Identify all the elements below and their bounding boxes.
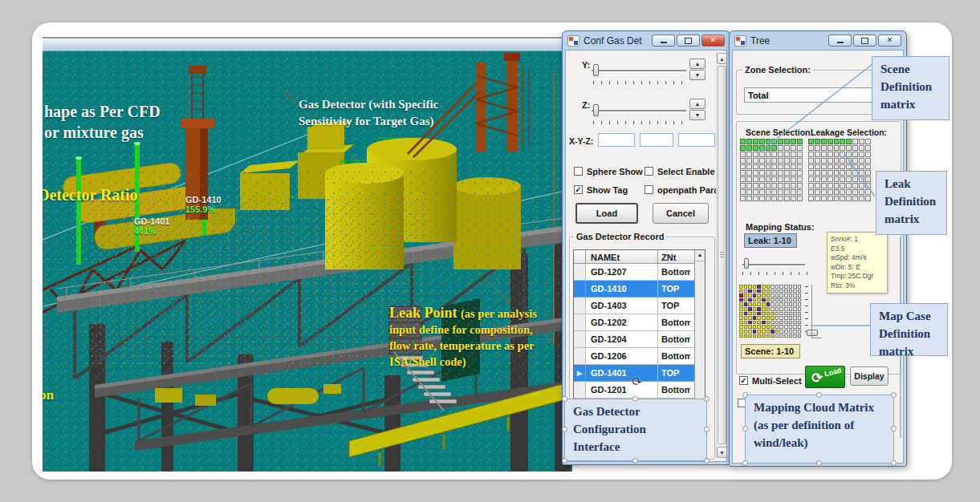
matrix-cell[interactable] (759, 152, 765, 157)
matrix-cell[interactable] (865, 189, 871, 195)
matrix-cell[interactable] (789, 285, 793, 289)
y-slider-thumb[interactable] (593, 64, 599, 76)
detector-name-cell[interactable]: GD-1403 (586, 298, 658, 314)
matrix-cell[interactable] (846, 196, 852, 201)
matrix-cell[interactable] (865, 170, 871, 176)
matrix-cell[interactable] (821, 189, 827, 195)
matrix-cell[interactable] (753, 145, 758, 151)
matrix-cell[interactable] (834, 152, 840, 157)
matrix-cell[interactable] (748, 312, 752, 316)
selection-handle-sw[interactable] (742, 460, 748, 466)
matrix-cell[interactable] (789, 316, 793, 320)
row-selector-cell[interactable] (574, 348, 586, 364)
detector-zone-cell[interactable]: Bottom (658, 331, 690, 347)
matrix-cell[interactable] (775, 294, 779, 298)
matrix-cell[interactable] (753, 321, 757, 325)
y-slider-track[interactable] (592, 70, 686, 72)
matrix-cell[interactable] (748, 316, 752, 320)
matrix-cell[interactable] (821, 152, 827, 157)
matrix-cell[interactable] (771, 312, 775, 316)
cancel-button[interactable]: Cancel (653, 203, 709, 224)
table-row[interactable]: GD-1403TOP (574, 298, 694, 314)
matrix-cell[interactable] (798, 285, 802, 289)
matrix-cell[interactable] (791, 189, 796, 195)
matrix-cell[interactable] (762, 307, 766, 311)
matrix-cell[interactable] (793, 316, 797, 320)
matrix-cell[interactable] (762, 330, 766, 334)
matrix-cell[interactable] (808, 145, 814, 151)
matrix-cell[interactable] (784, 164, 790, 170)
selection-handle-ne[interactable] (891, 392, 897, 398)
z-spinner-down-icon[interactable]: ▼ (689, 110, 706, 120)
matrix-cell[interactable] (779, 302, 783, 306)
z-spinner-up-icon[interactable]: ▲ (689, 99, 706, 109)
matrix-cell[interactable] (828, 158, 833, 164)
detector-zone-cell[interactable]: Bottom (658, 264, 690, 280)
matrix-cell[interactable] (746, 196, 752, 201)
matrix-cell[interactable] (789, 321, 793, 325)
selection-handle-ne[interactable] (704, 396, 710, 402)
matrix-cell[interactable] (771, 164, 777, 170)
detector-name-cell[interactable]: GD-1204 (586, 331, 658, 347)
matrix-cell[interactable] (739, 330, 743, 334)
matrix-cell[interactable] (771, 316, 775, 320)
detector-zone-cell[interactable]: TOP (658, 298, 690, 314)
selection-handle-w[interactable] (562, 427, 567, 432)
mapping-cloud-matrix[interactable] (739, 285, 801, 338)
matrix-cell[interactable] (766, 176, 771, 182)
matrix-cell[interactable] (767, 312, 771, 316)
matrix-cell[interactable] (784, 170, 790, 176)
matrix-cell[interactable] (739, 316, 743, 320)
matrix-cell[interactable] (784, 316, 788, 320)
matrix-cell[interactable] (762, 285, 766, 289)
selection-handle-n[interactable] (632, 396, 638, 402)
matrix-cell[interactable] (778, 152, 783, 157)
matrix-cell[interactable] (753, 285, 757, 289)
matrix-cell[interactable] (791, 170, 796, 176)
matrix-cell[interactable] (757, 294, 761, 298)
matrix-cell[interactable] (762, 294, 766, 298)
matrix-cell[interactable] (753, 312, 757, 316)
matrix-cell[interactable] (753, 302, 757, 306)
detector-name-cell[interactable]: GD-1410 (586, 281, 658, 297)
matrix-cell[interactable] (821, 158, 827, 164)
matrix-cell[interactable] (784, 298, 788, 302)
table-row[interactable]: GD-1206Bottom (574, 348, 694, 365)
matrix-cell[interactable] (834, 158, 840, 164)
matrix-cell[interactable] (753, 325, 757, 329)
display-button[interactable]: Display (850, 366, 889, 386)
matrix-cell[interactable] (744, 330, 748, 334)
matrix-cell[interactable] (784, 312, 788, 316)
matrix-cell[interactable] (798, 302, 802, 306)
detector-name-cell[interactable]: GD-1401 (586, 365, 658, 381)
matrix-cell[interactable] (762, 316, 766, 320)
matrix-cell[interactable] (840, 176, 845, 182)
map-case-definition-callout[interactable]: Map CaseDefinitionmatrix (870, 303, 948, 356)
matrix-cell[interactable] (840, 189, 845, 195)
matrix-cell[interactable] (840, 158, 845, 164)
matrix-cell[interactable] (757, 330, 761, 334)
matrix-cell[interactable] (766, 164, 771, 170)
matrix-cell[interactable] (748, 294, 752, 298)
matrix-cell[interactable] (821, 164, 827, 170)
matrix-cell[interactable] (865, 139, 871, 144)
matrix-cell[interactable] (815, 152, 820, 157)
mapping-cloud-callout[interactable]: Mapping Cloud Matrix(as per definition o… (745, 395, 894, 464)
matrix-cell[interactable] (834, 139, 840, 144)
selection-handle-s[interactable] (816, 460, 822, 466)
matrix-cell[interactable] (775, 289, 779, 294)
matrix-cell[interactable] (744, 325, 748, 329)
matrix-cell[interactable] (859, 139, 864, 144)
matrix-cell[interactable] (766, 170, 771, 176)
matrix-cell[interactable] (744, 312, 748, 316)
matrix-cell[interactable] (815, 145, 820, 151)
matrix-cell[interactable] (789, 312, 793, 316)
matrix-cell[interactable] (759, 170, 765, 176)
leak-slider-track[interactable] (742, 264, 805, 266)
matrix-cell[interactable] (753, 139, 758, 144)
matrix-cell[interactable] (771, 285, 775, 289)
matrix-cell[interactable] (766, 139, 771, 144)
matrix-cell[interactable] (753, 316, 757, 320)
matrix-cell[interactable] (748, 302, 752, 306)
matrix-cell[interactable] (793, 307, 797, 311)
